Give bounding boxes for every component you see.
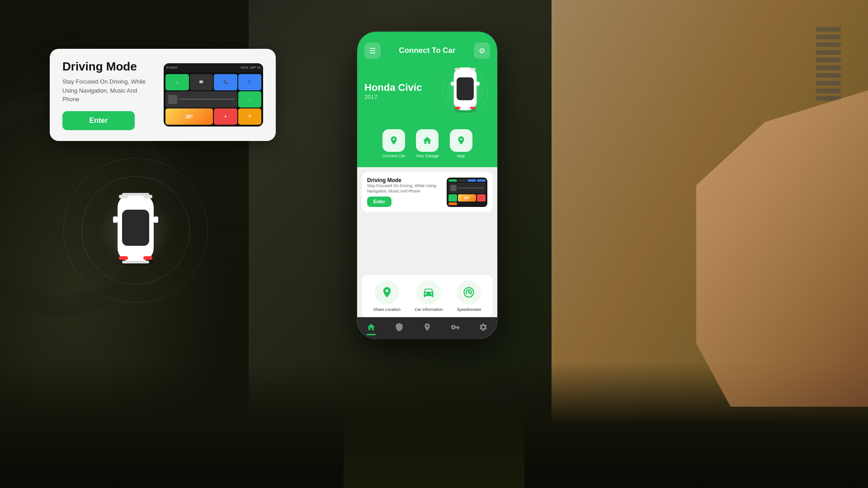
driving-mode-card: Driving Mode Stay Focused On Driving, Wh… xyxy=(50,49,276,141)
car-information-feature[interactable]: Car Information xyxy=(415,280,443,312)
nav-key[interactable] xyxy=(451,323,460,332)
speedometer-icon xyxy=(457,280,481,305)
nav-settings[interactable] xyxy=(479,323,488,332)
driving-mode-mini-text: Driving Mode Stay Focused On Driving, Wh… xyxy=(367,177,442,207)
settings-icon: ⚙ xyxy=(479,47,485,55)
svg-rect-8 xyxy=(154,216,158,223)
car-image-left xyxy=(111,185,160,272)
nav-shield[interactable] xyxy=(395,323,404,332)
driving-mode-title: Driving Mode xyxy=(62,60,155,74)
car-name: Honda Civic 2017 xyxy=(364,82,422,100)
settings-button[interactable]: ⚙ xyxy=(474,42,490,59)
bottom-navigation xyxy=(357,317,497,339)
driving-mode-mini-desc: Stay Focused On Driving, While Using Nav… xyxy=(367,183,442,194)
connect-car-label: Connect Car xyxy=(382,154,405,158)
svg-rect-16 xyxy=(455,107,461,109)
menu-icon: ☰ xyxy=(369,47,376,55)
your-garage-icon xyxy=(416,129,439,152)
car-model: Honda Civic xyxy=(364,82,422,94)
driving-mode-enter-button[interactable]: Enter xyxy=(62,111,135,130)
svg-rect-10 xyxy=(122,261,149,263)
share-location-label: Share Location xyxy=(373,307,401,312)
your-garage-label: Your Garage xyxy=(416,154,439,158)
svg-rect-15 xyxy=(470,68,476,70)
svg-rect-5 xyxy=(119,256,128,260)
nav-location[interactable] xyxy=(423,323,432,332)
map-label: Map xyxy=(457,154,465,158)
svg-rect-6 xyxy=(143,256,152,260)
map-action[interactable]: Map xyxy=(450,129,472,158)
feature-grid: Share Location Car Information xyxy=(362,275,493,317)
map-icon xyxy=(450,129,472,152)
car-topleft-display xyxy=(72,149,199,312)
driving-mode-description: Stay Focused On Driving, While Using Nav… xyxy=(62,77,155,104)
svg-rect-18 xyxy=(451,82,453,86)
driving-mode-mini-enter[interactable]: Enter xyxy=(367,197,392,207)
car-info-section: Honda Civic 2017 xyxy=(364,66,490,116)
car-information-label: Car Information xyxy=(415,307,443,312)
svg-rect-17 xyxy=(470,107,476,109)
nav-home[interactable] xyxy=(367,323,376,332)
app-header: ☰ Connect To Car ⚙ Honda Civic 2017 xyxy=(357,32,497,125)
driving-mode-phone-preview: 30° xyxy=(447,178,487,207)
share-location-feature[interactable]: Share Location xyxy=(373,280,401,312)
phone-mockup: ☰ Connect To Car ⚙ Honda Civic 2017 xyxy=(357,32,497,339)
driving-mode-mini-card: Driving Mode Stay Focused On Driving, Wh… xyxy=(362,172,493,212)
your-garage-action[interactable]: Your Garage xyxy=(416,129,439,158)
phone-dashboard-preview: 9:43AM MON, SEP 28 ⌂ ☎ 📞 👤 ♪ 30° ● ⚙ xyxy=(164,63,263,127)
svg-rect-13 xyxy=(457,77,474,100)
driving-mode-mini-title: Driving Mode xyxy=(367,177,442,183)
driving-mode-text: Driving Mode Stay Focused On Driving, Wh… xyxy=(62,60,155,130)
connect-car-action[interactable]: Connect Car xyxy=(382,129,405,158)
car-year: 2017 xyxy=(364,94,422,100)
speedometer-feature[interactable]: Speedometer xyxy=(457,280,481,312)
menu-button[interactable]: ☰ xyxy=(364,42,381,59)
svg-rect-9 xyxy=(122,193,149,196)
svg-rect-19 xyxy=(476,82,479,86)
center-console xyxy=(344,398,524,488)
svg-rect-7 xyxy=(113,216,118,223)
car-image-phone xyxy=(440,66,490,116)
share-location-icon xyxy=(375,280,399,305)
car-information-icon xyxy=(416,280,441,305)
app-content: Driving Mode Stay Focused On Driving, Wh… xyxy=(357,167,497,339)
svg-rect-2 xyxy=(122,210,149,246)
connect-car-icon xyxy=(382,129,405,152)
phone-screen: ☰ Connect To Car ⚙ Honda Civic 2017 xyxy=(357,32,497,339)
app-title: Connect To Car xyxy=(399,46,455,55)
app-topbar: ☰ Connect To Car ⚙ xyxy=(364,42,490,59)
car-top-view-phone xyxy=(449,62,481,118)
svg-rect-14 xyxy=(455,68,461,70)
quick-actions-bar: Connect Car Your Garage Map xyxy=(357,125,497,167)
speedometer-label: Speedometer xyxy=(457,307,481,312)
